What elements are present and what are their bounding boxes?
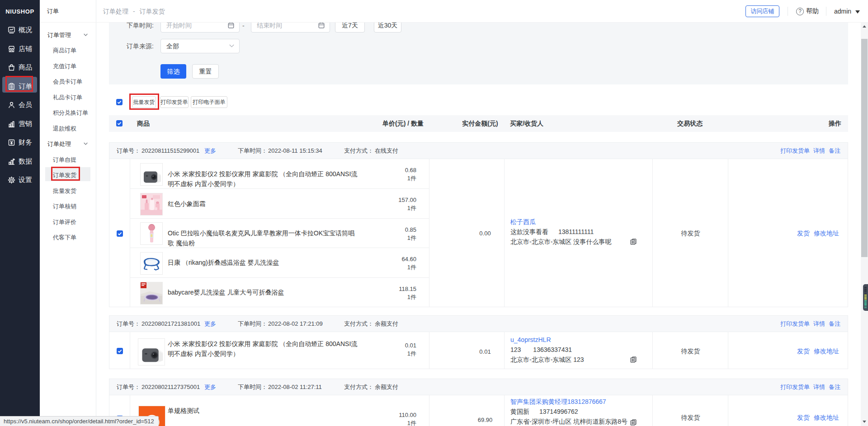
help-icon: ? [796,8,804,15]
order-source-value: 全部 [166,42,179,50]
sidebar-item-marketing[interactable]: 营销 [0,114,40,133]
ship-link[interactable]: 发货 [797,414,810,421]
last-30-days-button[interactable]: 近30天 [374,23,401,33]
copy-address-icon[interactable] [630,419,637,426]
product-price: 0.01 [362,342,416,350]
print-invoice-button[interactable]: 打印发货单 [160,96,189,108]
order-more-link[interactable]: 更多 [204,143,216,159]
sidebar-item-overview[interactable]: 概况 [0,20,40,39]
detail-link[interactable]: 详情 [813,147,825,154]
start-time-input[interactable]: 开始时间 [160,23,240,33]
scrollbar-thumb[interactable] [861,39,868,257]
order-time-label: 下单时间： [238,143,267,159]
more-link[interactable]: 更多 [204,384,216,390]
pay-type: 余额支付 [375,316,398,332]
submenu-group-order-process[interactable]: 订单处理 [40,136,96,152]
remark-link[interactable]: 备注 [829,147,840,154]
submenu-item-proxy-order[interactable]: 代客下单 [40,230,96,245]
submenu-item-recharge-orders[interactable]: 充值订单 [40,59,96,74]
order-more-link[interactable]: 更多 [204,379,216,395]
sidebar-item-data[interactable]: 数据 [0,152,40,171]
breadcrumb-item[interactable]: 订单处理 [103,8,128,15]
order-checkbox[interactable] [117,348,123,354]
order-source-select[interactable]: 全部 [160,39,240,53]
more-link[interactable]: 更多 [204,320,216,327]
topbar-divider [826,7,826,16]
submenu-label: 礼品卡订单 [53,94,82,101]
buyer-nick-link[interactable]: 松子西瓜 [510,218,536,225]
submenu-item-order-shipping[interactable]: 订单发货 [40,168,96,183]
sidebar-item-label: 会员 [19,101,32,109]
print-invoice-link[interactable]: 打印发货单 [780,384,810,390]
submenu-title-divider [40,22,96,23]
filter-reset-button[interactable]: 重置 [192,64,219,79]
detail-link[interactable]: 详情 [813,320,825,327]
copy-address-icon[interactable] [630,356,637,363]
select-all-checkbox[interactable] [116,99,123,105]
submenu-label: 商品订单 [53,47,76,54]
sidebar-item-members[interactable]: 会员 [0,95,40,114]
submenu-item-order-review[interactable]: 订单评价 [40,215,96,230]
detail-link[interactable]: 详情 [813,384,825,390]
buyer-name-phone: 12313636337431 [510,345,584,355]
sidebar-item-goods[interactable]: 商品 [0,58,40,77]
scroll-up-arrow[interactable] [863,25,866,28]
print-e-sheet-button[interactable]: 打印电子面单 [191,96,227,108]
breadcrumb-item[interactable]: 订单发货 [140,8,165,15]
buyer-phone: 13811111111 [558,228,594,235]
edit-address-link[interactable]: 修改地址 [814,414,839,421]
more-link[interactable]: 更多 [204,147,216,154]
product-price-qty: 118.151件 [362,285,416,301]
order-header-links: 打印发货单详情备注 [777,143,840,159]
order-actions: 发货修改地址 [793,229,839,238]
print-invoice-link[interactable]: 打印发货单 [780,320,810,327]
order-no-label: 订单号： [117,316,140,332]
submenu-item-refund[interactable]: 退款维权 [40,121,96,136]
product-thumbnail [140,222,163,245]
end-time-input[interactable]: 结束时间 [251,23,330,33]
range-separator: - [242,23,245,29]
submenu-item-order-verify[interactable]: 订单核销 [40,199,96,214]
last-7-days-button[interactable]: 近7天 [335,23,365,33]
submenu-group-order-manage[interactable]: 订单管理 [40,28,96,43]
buyer-name: 这款没事看看 [510,228,548,235]
product-qty: 1件 [362,234,416,242]
submenu-item-gift-card-orders[interactable]: 礼品卡订单 [40,90,96,105]
header-checkbox[interactable] [116,120,123,126]
sidebar-item-shop[interactable]: 店铺 [0,39,40,58]
visit-shop-button[interactable]: 访问店铺 [745,5,779,17]
product-title: 红色小象面霜 [168,199,359,209]
user-menu[interactable]: admin [834,0,860,23]
help-button[interactable]: ? 帮助 [796,0,819,23]
product-price-qty: 0.851件 [362,226,416,242]
edit-address-link[interactable]: 修改地址 [814,229,839,237]
buyer-nick-link[interactable]: 智声集团采购黄经理18312876667 [510,398,606,405]
buyer-nick-link[interactable]: u_4oprstzHLR [510,336,551,343]
ship-link[interactable]: 发货 [797,229,810,237]
sidebar-item-settings[interactable]: 设置 [0,170,40,189]
order-checkbox[interactable] [117,230,123,237]
edit-address-link[interactable]: 修改地址 [814,347,839,355]
copy-address-icon[interactable] [630,239,637,245]
submenu-item-batch-shipping[interactable]: 批量发货 [40,183,96,199]
page-scrollbar[interactable] [861,23,868,426]
product-title: babycare婴儿洗澡盆 儿童大号可折叠浴盆 [168,287,359,297]
order-more-link[interactable]: 更多 [204,316,216,332]
filter-submit-button[interactable]: 筛选 [160,64,186,79]
submenu-item-self-pickup[interactable]: 订单自提 [40,152,96,168]
buyer-name: 123 [510,346,521,353]
ship-link[interactable]: 发货 [797,347,810,355]
batch-ship-button[interactable]: 批量发货 [132,96,156,108]
remark-link[interactable]: 备注 [829,320,840,327]
submenu-label: 订单评价 [53,219,76,225]
submenu-item-member-card-orders[interactable]: 会员卡订单 [40,74,96,89]
meter-stripe-green [864,300,867,308]
scroll-down-arrow[interactable] [863,421,866,423]
sidebar-item-orders[interactable]: 订单 [0,77,40,96]
sidebar-item-finance[interactable]: 财务 [0,133,40,152]
order-time: 2022-08-02 17:21:09 [268,316,323,332]
submenu-item-points-orders[interactable]: 积分兑换订单 [40,105,96,121]
remark-link[interactable]: 备注 [829,384,840,390]
submenu-item-goods-orders[interactable]: 商品订单 [40,43,96,58]
print-invoice-link[interactable]: 打印发货单 [780,147,810,154]
